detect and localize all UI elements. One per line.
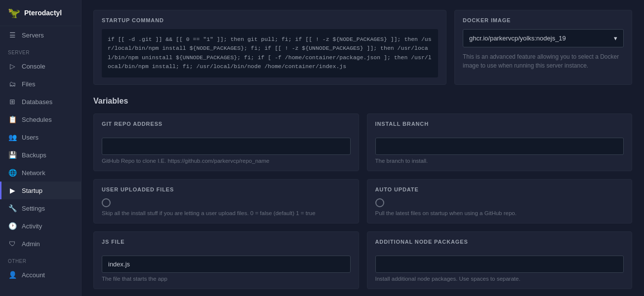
other-section-label: Other bbox=[0, 253, 81, 266]
sidebar-item-console-label: Console bbox=[22, 63, 45, 70]
sidebar-item-files-label: Files bbox=[22, 80, 35, 88]
var-hint-git-repo-address: GitHub Repo to clone I.E. https://github… bbox=[102, 158, 351, 164]
var-card-auto-update: AUTO UPDATE Pull the latest files on sta… bbox=[367, 179, 633, 223]
docker-image-value: ghcr.io/parkervcp/yolks:nodejs_19 bbox=[469, 35, 566, 42]
admin-icon: 🛡 bbox=[8, 240, 17, 248]
var-toggle-auto-update[interactable] bbox=[375, 198, 384, 207]
top-row: STARTUP COMMAND if [[ -d .git ]] && [[ 0… bbox=[93, 10, 632, 85]
sidebar-item-users-label: Users bbox=[22, 134, 39, 141]
servers-icon: ☰ bbox=[8, 31, 17, 39]
var-title-git-repo-address: GIT REPO ADDRESS bbox=[102, 121, 351, 127]
users-icon: 👥 bbox=[8, 133, 17, 141]
activity-icon: 🕐 bbox=[8, 222, 17, 230]
sidebar-item-activity[interactable]: 🕐 Activity bbox=[0, 217, 81, 235]
sidebar-item-databases[interactable]: ⊞ Databases bbox=[0, 93, 81, 111]
sidebar-item-startup[interactable]: ▶ Startup bbox=[0, 182, 81, 199]
sidebar-item-network[interactable]: 🌐 Network bbox=[0, 164, 81, 182]
startup-command-title: STARTUP COMMAND bbox=[102, 17, 438, 23]
sidebar-item-files[interactable]: 🗂 Files bbox=[0, 75, 81, 93]
var-toggle-user-uploaded-files[interactable] bbox=[102, 198, 111, 207]
sidebar-item-console[interactable]: ▷ Console bbox=[0, 57, 81, 75]
databases-icon: ⊞ bbox=[8, 98, 17, 106]
console-icon: ▷ bbox=[8, 62, 17, 70]
logo: 🦖 Pterodactyl bbox=[0, 0, 81, 26]
sidebar-item-servers-label: Servers bbox=[22, 32, 44, 39]
docker-image-hint: This is an advanced feature allowing you… bbox=[463, 52, 624, 70]
sidebar-item-schedules-label: Schedules bbox=[22, 116, 52, 123]
sidebar-item-account-label: Account bbox=[22, 271, 45, 279]
var-input-additional-node-packages[interactable] bbox=[375, 256, 624, 273]
var-title-auto-update: AUTO UPDATE bbox=[375, 186, 624, 192]
sidebar-item-settings[interactable]: 🔧 Settings bbox=[0, 199, 81, 217]
var-title-js-file: JS FILE bbox=[102, 239, 351, 245]
var-hint-js-file: The file that starts the app bbox=[102, 276, 351, 282]
var-title-user-uploaded-files: USER UPLOADED FILES bbox=[102, 186, 351, 192]
schedules-icon: 📋 bbox=[8, 115, 17, 123]
startup-icon: ▶ bbox=[8, 186, 17, 194]
var-card-user-uploaded-files: USER UPLOADED FILES Skip all the install… bbox=[93, 179, 359, 223]
var-hint-auto-update: Pull the latest files on startup when us… bbox=[375, 210, 624, 216]
sidebar-item-users[interactable]: 👥 Users bbox=[0, 128, 81, 146]
sidebar-item-backups-label: Backups bbox=[22, 151, 46, 159]
startup-command-code: if [[ -d .git ]] && [[ 0 == "1" ]]; then… bbox=[102, 29, 438, 77]
sidebar-item-startup-label: Startup bbox=[22, 187, 42, 194]
var-hint-install-branch: The branch to install. bbox=[375, 158, 624, 164]
var-input-install-branch[interactable] bbox=[375, 138, 624, 155]
var-input-js-file[interactable] bbox=[102, 256, 351, 273]
sidebar-item-servers[interactable]: ☰ Servers bbox=[0, 26, 81, 44]
sidebar-item-account[interactable]: 👤 Account bbox=[0, 266, 81, 284]
logo-icon: 🦖 bbox=[8, 7, 20, 19]
variables-title: Variables bbox=[93, 97, 632, 106]
chevron-down-icon: ▾ bbox=[614, 35, 617, 42]
docker-image-card: DOCKER IMAGE ghcr.io/parkervcp/yolks:nod… bbox=[454, 10, 632, 85]
sidebar-item-admin[interactable]: 🛡 Admin bbox=[0, 235, 81, 253]
files-icon: 🗂 bbox=[8, 80, 17, 88]
docker-image-select[interactable]: ghcr.io/parkervcp/yolks:nodejs_19 ▾ bbox=[463, 29, 624, 47]
network-icon: 🌐 bbox=[8, 169, 17, 177]
sidebar-item-databases-label: Databases bbox=[22, 98, 52, 106]
docker-image-title: DOCKER IMAGE bbox=[463, 17, 624, 23]
backups-icon: 💾 bbox=[8, 151, 17, 159]
startup-command-card: STARTUP COMMAND if [[ -d .git ]] && [[ 0… bbox=[93, 10, 446, 85]
var-card-install-branch: INSTALL BRANCH The branch to install. bbox=[367, 113, 633, 171]
var-hint-additional-node-packages: Install additional node packages. Use sp… bbox=[375, 276, 624, 282]
var-input-git-repo-address[interactable] bbox=[102, 138, 351, 155]
var-card-js-file: JS FILE The file that starts the app bbox=[93, 231, 359, 289]
server-section-label: Server bbox=[0, 44, 81, 57]
main-content: STARTUP COMMAND if [[ -d .git ]] && [[ 0… bbox=[81, 0, 644, 296]
sidebar-item-schedules[interactable]: 📋 Schedules bbox=[0, 111, 81, 128]
logo-text: Pterodactyl bbox=[24, 9, 62, 17]
account-icon: 👤 bbox=[8, 271, 17, 279]
var-title-install-branch: INSTALL BRANCH bbox=[375, 121, 624, 127]
var-toggle-row-user-uploaded-files bbox=[102, 198, 351, 207]
sidebar-item-activity-label: Activity bbox=[22, 222, 42, 230]
sidebar-item-backups[interactable]: 💾 Backups bbox=[0, 146, 81, 164]
var-toggle-row-auto-update bbox=[375, 198, 624, 207]
var-title-additional-node-packages: ADDITIONAL NODE PACKAGES bbox=[375, 239, 624, 245]
variables-grid: GIT REPO ADDRESS GitHub Repo to clone I.… bbox=[93, 113, 632, 289]
sidebar-item-admin-label: Admin bbox=[22, 240, 40, 248]
sidebar-item-settings-label: Settings bbox=[22, 205, 45, 212]
sidebar: 🦖 Pterodactyl ☰ Servers Server ▷ Console… bbox=[0, 0, 81, 296]
var-hint-user-uploaded-files: Skip all the install stuff if you are le… bbox=[102, 210, 351, 216]
var-card-git-repo-address: GIT REPO ADDRESS GitHub Repo to clone I.… bbox=[93, 113, 359, 171]
settings-icon: 🔧 bbox=[8, 204, 17, 212]
sidebar-item-network-label: Network bbox=[22, 169, 45, 177]
var-card-additional-node-packages: ADDITIONAL NODE PACKAGES Install additio… bbox=[367, 231, 633, 289]
